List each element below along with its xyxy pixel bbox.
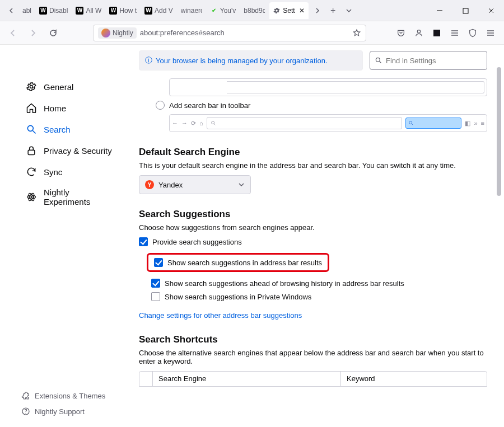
save-pocket-icon[interactable] bbox=[392, 25, 410, 41]
home-icon: ⌂ bbox=[199, 120, 203, 126]
tab-label: b8bd9c5a bbox=[244, 7, 265, 15]
close-icon[interactable]: ✕ bbox=[297, 6, 306, 15]
extension-icon[interactable] bbox=[428, 25, 446, 41]
tab-overflow-button[interactable] bbox=[341, 3, 357, 18]
yandex-icon: Y bbox=[145, 180, 154, 189]
new-tab-button[interactable]: + bbox=[325, 3, 341, 18]
sidebar-label: Home bbox=[44, 104, 66, 113]
close-window-button[interactable] bbox=[478, 0, 504, 21]
bookmark-star-icon[interactable] bbox=[352, 29, 361, 37]
ublock-icon[interactable] bbox=[464, 25, 482, 41]
searchbar-diagram-1 bbox=[169, 78, 487, 96]
sync-icon bbox=[26, 166, 37, 177]
shortcuts-table-header: Search Engine Keyword bbox=[139, 371, 487, 387]
table-checkbox-col bbox=[139, 372, 153, 386]
sidebar-item-home[interactable]: Home bbox=[4, 98, 124, 118]
shortcuts-heading: Search Shortcuts bbox=[139, 334, 487, 345]
tab[interactable]: WHow t bbox=[106, 2, 140, 19]
table-col-engine[interactable]: Search Engine bbox=[153, 372, 341, 386]
tab[interactable]: abl bbox=[19, 2, 35, 19]
identity-label: Nightly bbox=[113, 29, 133, 37]
main-panel: ⓘ Your browser is being managed by your … bbox=[129, 45, 504, 427]
menu-icon: ≡ bbox=[481, 120, 484, 126]
gear-icon bbox=[26, 81, 37, 92]
nav-right-icon: → bbox=[181, 120, 188, 126]
home-icon bbox=[26, 102, 37, 114]
tab[interactable]: WAll W bbox=[72, 2, 105, 19]
sidebar-item-sync[interactable]: Sync bbox=[4, 162, 124, 182]
checkbox-icon bbox=[151, 279, 160, 288]
lock-icon bbox=[26, 145, 37, 156]
radio-icon bbox=[156, 101, 165, 110]
tab-scroll-right[interactable] bbox=[310, 3, 325, 18]
tab-scroll-left[interactable] bbox=[3, 3, 19, 18]
tab-active[interactable]: Sett ✕ bbox=[269, 2, 308, 19]
policy-text: Your browser is being managed by your or… bbox=[156, 57, 328, 65]
url-text: about:preferences#search bbox=[140, 29, 349, 37]
account-icon[interactable] bbox=[410, 25, 428, 41]
firefox-icon bbox=[101, 29, 110, 37]
find-input[interactable] bbox=[386, 57, 482, 65]
tab[interactable]: WDisabl bbox=[36, 2, 71, 19]
window-controls bbox=[427, 0, 504, 21]
suggestions-heading: Search Suggestions bbox=[139, 209, 487, 220]
searchbar-diagram-2: ← → ⟳ ⌂ ◧ » ≡ bbox=[169, 114, 487, 132]
forward-button[interactable] bbox=[25, 25, 41, 41]
reload-button[interactable] bbox=[45, 25, 62, 41]
favicon-w: W bbox=[39, 7, 47, 15]
default-engine-heading: Default Search Engine bbox=[139, 147, 487, 158]
policy-info-bar[interactable]: ⓘ Your browser is being managed by your … bbox=[139, 50, 363, 71]
sidebar-extensions[interactable]: Extensions & Themes bbox=[0, 388, 129, 403]
tab[interactable]: ✔You'v bbox=[207, 2, 240, 19]
atom-icon bbox=[26, 191, 37, 203]
favicon-w: W bbox=[144, 7, 152, 15]
default-engine-desc: This is your default search engine in th… bbox=[139, 161, 487, 170]
checkbox-suggestions-ahead-history[interactable]: Show search suggestions ahead of browsin… bbox=[151, 279, 487, 288]
svg-point-13 bbox=[376, 58, 380, 62]
sidebar-item-search[interactable]: Search bbox=[4, 119, 124, 139]
sidebar-item-general[interactable]: General bbox=[4, 77, 124, 97]
svg-line-5 bbox=[33, 131, 36, 134]
svg-point-4 bbox=[27, 125, 33, 131]
tab-label: Sett bbox=[283, 7, 295, 15]
checkbox-label: Show search suggestions in Private Windo… bbox=[165, 293, 311, 301]
change-settings-link[interactable]: Change settings for other address bar su… bbox=[139, 311, 302, 320]
tab[interactable]: winaero.c bbox=[178, 2, 206, 19]
checkbox-suggestions-private[interactable]: Show search suggestions in Private Windo… bbox=[151, 292, 487, 301]
favicon-w: W bbox=[76, 7, 83, 15]
back-button[interactable] bbox=[4, 25, 21, 41]
sidebar-item-privacy[interactable]: Privacy & Security bbox=[4, 140, 124, 161]
toolbar-icons bbox=[392, 25, 500, 41]
identity-badge[interactable]: Nightly bbox=[98, 27, 137, 39]
puzzle-icon bbox=[21, 391, 30, 400]
tab[interactable]: b8bd9c5a bbox=[240, 2, 268, 19]
suggestions-desc: Choose how suggestions from search engin… bbox=[139, 223, 487, 232]
maximize-button[interactable] bbox=[452, 0, 478, 21]
tab-label: All W bbox=[86, 7, 101, 15]
scrollbar[interactable] bbox=[495, 45, 503, 427]
scrollbar-thumb[interactable] bbox=[497, 67, 501, 196]
find-in-settings[interactable] bbox=[370, 51, 487, 70]
default-engine-select[interactable]: Y Yandex bbox=[139, 175, 251, 194]
extension-icon-2[interactable] bbox=[446, 25, 464, 41]
tab-strip: abl WDisabl WAll W WHow t WAdd V winaero… bbox=[0, 0, 427, 21]
tab-label: How t bbox=[119, 7, 137, 15]
reload-icon: ⟳ bbox=[191, 120, 196, 127]
tab[interactable]: WAdd V bbox=[141, 2, 176, 19]
app-menu-icon[interactable] bbox=[482, 25, 500, 41]
radio-label: Add search bar in toolbar bbox=[169, 101, 250, 110]
table-col-keyword[interactable]: Keyword bbox=[341, 372, 487, 386]
radio-add-searchbar[interactable]: Add search bar in toolbar bbox=[156, 101, 487, 110]
sidebar-icon: ◧ bbox=[465, 120, 470, 127]
checkbox-label: Show search suggestions in address bar r… bbox=[167, 259, 322, 267]
sidebar-label: Search bbox=[44, 125, 71, 134]
sidebar-support[interactable]: Nightly Support bbox=[0, 403, 129, 419]
sidebar-item-experiments[interactable]: Nightly Experiments bbox=[4, 183, 124, 211]
minimize-button[interactable] bbox=[427, 0, 452, 21]
checkbox-provide-suggestions[interactable]: Provide search suggestions bbox=[139, 237, 487, 246]
address-bar[interactable]: Nightly about:preferences#search bbox=[93, 25, 366, 41]
tab-label: You'v bbox=[220, 7, 236, 15]
tab-label: abl bbox=[22, 7, 31, 15]
checkbox-suggestions-in-addressbar[interactable]: Show search suggestions in address bar r… bbox=[154, 258, 322, 267]
help-icon bbox=[21, 407, 30, 416]
